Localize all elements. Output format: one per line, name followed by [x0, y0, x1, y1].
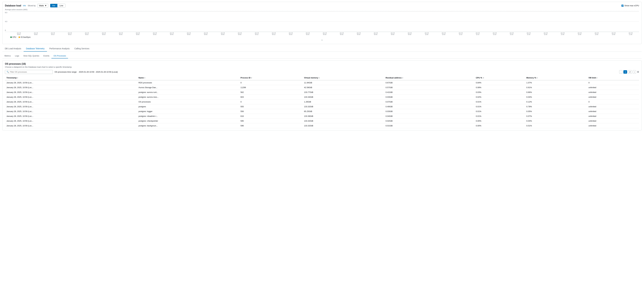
table-row[interactable]: January 28, 2025, 10:59 (Loc...postgres:…	[5, 95, 639, 99]
sub-tab-1[interactable]: Logs	[13, 53, 21, 58]
cpu-legend-label: CPU	[12, 36, 16, 38]
cell-8-6: 0.04%	[525, 119, 587, 123]
x-label-17: Jan 28 09:25	[299, 32, 316, 35]
x-label-19: Jan 28 09:35	[333, 32, 350, 35]
main-tab-3[interactable]: Calling Services	[72, 46, 92, 51]
col-header-7[interactable]: VM limit▾	[587, 75, 639, 80]
y-tick-0: 0	[5, 29, 10, 31]
settings-icon[interactable]: ⚙	[637, 70, 639, 73]
cell-7-2: 616	[239, 114, 302, 119]
x-label-5: Jan 28 08:25	[95, 32, 112, 35]
waits-dropdown-button[interactable]: Waits ▼	[37, 4, 48, 7]
page-1-button[interactable]: 1	[623, 70, 627, 74]
main-tab-1[interactable]: Database Telemetry	[24, 46, 47, 51]
cell-3-0: January 28, 2025, 10:59 (Loc...	[5, 95, 137, 99]
table-row[interactable]: January 28, 2025, 10:59 (Loc...RDS proce…	[5, 80, 639, 85]
x-label-16: Jan 28 09:20	[282, 32, 299, 35]
time-range-value: 2025-01-28 10:59 - 2025-01-28 10:59 (Loc…	[79, 71, 118, 73]
chart-section: Database load Info Sliced by Waits ▼ Bar…	[2, 2, 642, 44]
cell-0-0: January 28, 2025, 10:59 (Loc...	[5, 80, 137, 85]
table-row[interactable]: January 28, 2025, 10:59 (Loc...Aurora St…	[5, 85, 639, 90]
cell-0-1: RDS processes	[137, 80, 239, 85]
main-tab-0[interactable]: DB Load Analysis	[2, 46, 24, 51]
time-range-label: OS processes time range:	[54, 71, 77, 73]
cell-9-0: January 28, 2025, 10:59 (Loc...	[5, 123, 137, 128]
main-tab-2[interactable]: Performance Analysis	[47, 46, 72, 51]
os-processes-table: Timestamp▾Name▾Process ID▾Virtual memory…	[5, 75, 639, 128]
sub-tab-0[interactable]: Metrics	[2, 53, 13, 58]
x-label-15: Jan 28 09:15	[265, 32, 282, 35]
table-row[interactable]: January 28, 2025, 10:59 (Loc...postgres:…	[5, 114, 639, 119]
legend-io: IO:XactSync	[18, 36, 31, 38]
bar-chart-button[interactable]: Bar	[50, 4, 58, 7]
cell-5-2: 555	[239, 104, 302, 109]
x-label-0: Jan 28 08:00	[10, 32, 27, 35]
table-row[interactable]: January 28, 2025, 10:59 (Loc...postgres:…	[5, 119, 639, 123]
table-row[interactable]: January 28, 2025, 10:59 (Loc...postgres5…	[5, 104, 639, 109]
prev-page-button[interactable]: ‹	[619, 70, 622, 74]
cell-3-6: 0.04%	[525, 95, 587, 99]
cell-3-7: unlimited	[587, 95, 639, 99]
table-row[interactable]: January 28, 2025, 10:59 (Loc...postgres:…	[5, 90, 639, 95]
x-label-35: Jan 28 10:55	[605, 32, 622, 35]
cell-4-1: OS processes	[137, 99, 239, 104]
sort-icon-2: ▾	[251, 77, 252, 79]
search-box: 🔍	[5, 70, 53, 74]
legend-cpu: CPU	[10, 36, 16, 38]
col-header-5[interactable]: CPU %▼	[474, 75, 525, 80]
search-input[interactable]	[10, 71, 51, 73]
cell-4-5: 0.01%	[474, 99, 525, 104]
table-row[interactable]: January 28, 2025, 10:59 (Loc...postgres:…	[5, 109, 639, 114]
col-header-6[interactable]: Memory %▾	[525, 75, 587, 80]
x-label-21: Jan 28 09:45	[367, 32, 384, 35]
page-2-button[interactable]: 2	[628, 70, 632, 74]
cell-9-5: 0.00%	[474, 123, 525, 128]
table-row[interactable]: January 28, 2025, 10:59 (Loc...OS proces…	[5, 99, 639, 104]
cell-6-1: postgres: logger	[137, 109, 239, 114]
sub-tab-3[interactable]: Events	[42, 53, 52, 58]
cell-4-6: 0.12%	[525, 99, 587, 104]
io-legend-label: IO:XactSync	[21, 36, 31, 38]
x-label-25: Jan 28 10:05	[435, 32, 452, 35]
sub-tab-4[interactable]: OS Processes	[52, 53, 68, 58]
col-header-2[interactable]: Process ID▾	[239, 75, 302, 80]
os-processes-subtitle: Choose a datapoint on the Database load …	[5, 66, 639, 68]
cell-9-7: unlimited	[587, 123, 639, 128]
cell-2-6: 0.66%	[525, 90, 587, 95]
next-page-button[interactable]: ›	[633, 70, 636, 74]
cell-8-4: 0.02GiB	[384, 119, 474, 123]
x-label-28: Jan 28 10:20	[486, 32, 503, 35]
table-header-row: Timestamp▾Name▾Process ID▾Virtual memory…	[5, 75, 639, 80]
col-header-4[interactable]: Residual address▾	[384, 75, 474, 80]
x-label-11: Jan 28 08:55	[197, 32, 214, 35]
col-header-1[interactable]: Name▾	[137, 75, 239, 80]
chart-legend: CPU IO:XactSync	[10, 36, 639, 38]
cell-7-5: 0.01%	[474, 114, 525, 119]
col-header-3[interactable]: Virtual memory▾	[302, 75, 384, 80]
cell-9-2: 596	[239, 123, 302, 128]
cell-7-7: unlimited	[587, 114, 639, 119]
cell-6-3: 65.25GiB	[302, 109, 384, 114]
cell-3-4: 0.03GiB	[384, 95, 474, 99]
chart-type-toggle: Bar Line	[50, 4, 66, 7]
show-max-vcpu-label: Show max vCPU	[624, 4, 639, 7]
search-icon: 🔍	[6, 71, 9, 73]
show-max-vcpu-checkbox[interactable]	[622, 5, 624, 7]
sort-icon-7: ▾	[596, 77, 597, 79]
x-label-10: Jan 28 08:50	[180, 32, 197, 35]
cell-2-2: 562	[239, 90, 302, 95]
sub-tab-2[interactable]: Slow SQL Queries	[21, 53, 41, 58]
x-label-22: Jan 28 09:50	[384, 32, 401, 35]
x-label-33: Jan 28 10:45	[571, 32, 588, 35]
drag-handle[interactable]: ≡	[5, 39, 639, 41]
cell-1-5: 0.08%	[474, 85, 525, 90]
chart-y-axis: 8.0 4.0 0	[5, 11, 10, 32]
table-row[interactable]: January 28, 2025, 10:59 (Loc...postgres:…	[5, 123, 639, 128]
chart-info-link[interactable]: Info	[23, 5, 26, 7]
col-header-0[interactable]: Timestamp▾	[5, 75, 137, 80]
cell-9-4: 0.01GiB	[384, 123, 474, 128]
cell-1-7: unlimited	[587, 85, 639, 90]
cell-5-3: 133.32GiB	[302, 104, 384, 109]
line-chart-button[interactable]: Line	[58, 4, 65, 7]
x-label-30: Jan 28 10:30	[520, 32, 537, 35]
